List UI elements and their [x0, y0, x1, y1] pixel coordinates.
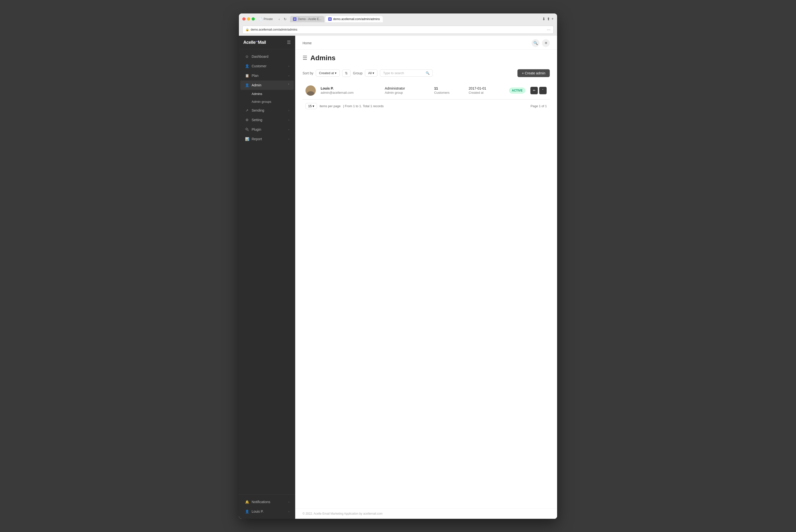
created-col: 2017-01-01 Created at: [469, 87, 504, 94]
sidebar-label-user: Louis P.: [252, 510, 264, 513]
customer-icon: 👤: [245, 64, 249, 68]
sidebar-item-sending[interactable]: ↗ Sending ›: [240, 106, 294, 115]
admin-group-col: Administrator Admin group: [385, 87, 429, 94]
search-input[interactable]: [383, 71, 424, 75]
sidebar-item-setting[interactable]: ⚙ Setting ›: [240, 115, 294, 125]
sidebar-item-customer[interactable]: 👤 Customer ›: [240, 61, 294, 71]
group-button[interactable]: All ▾: [365, 70, 377, 77]
admin-info: Louis P. admin@acellemail.com: [321, 87, 380, 94]
sidebar-label-report: Report: [252, 137, 262, 141]
toolbar: Sort by Created at ▾ ⇅ Group All ▾ 🔍: [303, 69, 550, 77]
customers-count: 11: [434, 87, 464, 90]
tab-1[interactable]: M Demo - Acelle E...: [290, 16, 324, 22]
admin-group-type: Admin group: [385, 91, 429, 94]
theme-toggle-button[interactable]: ☀: [542, 39, 550, 47]
sidebar-label-admin: Admin: [252, 83, 261, 87]
group-chevron-icon: ▾: [373, 71, 374, 75]
page-title-row: ☰ Admins: [295, 50, 557, 64]
customer-chevron-icon: ›: [288, 64, 289, 68]
admin-name: Louis P.: [321, 87, 380, 90]
main-content: Home 🔍 ☀ ☰ Admins Sort by Created at ▾: [295, 36, 557, 519]
search-button[interactable]: 🔍: [532, 39, 539, 47]
sidebar-toggle-button[interactable]: ☰: [287, 40, 291, 45]
address-bar[interactable]: 🔒 demo.acellemail.com/admin/admins ···: [242, 26, 554, 34]
minimize-button[interactable]: [247, 17, 250, 21]
pagination-info: items per page: [319, 104, 340, 108]
sidebar-label-sending: Sending: [252, 109, 264, 112]
dropdown-button[interactable]: ˅: [539, 87, 547, 94]
per-page-chevron-icon: ▾: [312, 104, 314, 108]
tab-2[interactable]: M demo.acellemail.com/admin/admins: [325, 16, 383, 22]
notifications-icon: 🔔: [245, 500, 249, 504]
maximize-button[interactable]: [252, 17, 255, 21]
browser-window: 📄 Private ‹ ↻ M Demo - Acelle E... M dem…: [239, 14, 557, 519]
per-page-button[interactable]: 15 ▾: [305, 103, 317, 109]
add-tab-icon[interactable]: +: [551, 17, 554, 21]
sidebar-label-notifications: Notifications: [252, 500, 270, 504]
sidebar-footer: 🔔 Notifications › 👤 Louis P. ›: [239, 494, 295, 519]
sidebar-item-plugin[interactable]: 🔌 Plugin ›: [240, 125, 294, 134]
sidebar-item-admins[interactable]: Admins: [240, 90, 294, 98]
status-badge: ACTIVE: [509, 88, 525, 94]
admin-icon: 👤: [245, 83, 249, 87]
browser-chrome: 📄 Private ‹ ↻ M Demo - Acelle E... M dem…: [239, 14, 557, 36]
setting-chevron-icon: ›: [288, 118, 289, 121]
sort-button[interactable]: Created at ▾: [316, 70, 340, 77]
report-chevron-icon: ›: [288, 137, 289, 140]
sidebar: Acelle⁻Mail ☰ ⊙ Dashboard 👤 Customer ›: [239, 36, 295, 519]
sidebar-label-admin-groups: Admin groups: [252, 100, 271, 103]
app-layout: Acelle⁻Mail ☰ ⊙ Dashboard 👤 Customer ›: [239, 36, 557, 519]
sidebar-item-report[interactable]: 📊 Report ›: [240, 134, 294, 144]
address-text: demo.acellemail.com/admin/admins: [251, 28, 298, 31]
sort-label: Sort by: [303, 71, 313, 75]
sidebar-item-admin[interactable]: 👤 Admin ˅: [240, 80, 294, 90]
pagination-row: 15 ▾ items per page | From 1 to 1. Total…: [303, 99, 550, 113]
created-label: Created at: [469, 91, 504, 94]
admin-group-name: Administrator: [385, 87, 429, 90]
create-admin-button[interactable]: + Create admin: [517, 69, 550, 77]
avatar-body: [307, 91, 314, 96]
browser-toolbar-actions: ⬇ ⬆ +: [542, 17, 554, 21]
per-page-value: 15: [308, 104, 311, 108]
tabs-bar: M Demo - Acelle E... M demo.acellemail.c…: [290, 16, 540, 22]
notifications-chevron-icon: ›: [288, 500, 289, 504]
lock-icon: 🔒: [246, 28, 249, 31]
plugin-chevron-icon: ›: [288, 128, 289, 131]
search-icon: 🔍: [426, 71, 430, 75]
admin-chevron-icon: ˅: [288, 83, 289, 87]
group-value: All: [368, 71, 372, 75]
page-title: Admins: [310, 54, 336, 62]
breadcrumb: Home: [303, 41, 311, 45]
filter-button[interactable]: ⇅: [342, 70, 350, 77]
created-date: 2017-01-01: [469, 87, 504, 90]
sidebar-label-setting: Setting: [252, 118, 262, 122]
sidebar-item-admin-groups[interactable]: Admin groups: [240, 98, 294, 106]
main-header: Home 🔍 ☀: [295, 36, 557, 50]
header-actions: 🔍 ☀: [532, 39, 550, 47]
private-label: 📄 Private: [259, 17, 273, 21]
edit-button[interactable]: ✏: [530, 87, 538, 94]
page-title-icon: ☰: [303, 55, 307, 61]
sidebar-item-notifications[interactable]: 🔔 Notifications ›: [240, 497, 294, 507]
plan-icon: 📋: [245, 73, 249, 78]
share-icon: ⬆: [547, 17, 550, 21]
customers-col: 11 Customers: [434, 87, 464, 94]
refresh-button[interactable]: ↻: [283, 17, 288, 21]
plugin-icon: 🔌: [245, 127, 249, 132]
group-label: Group: [353, 71, 362, 75]
table-row: Louis P. admin@acellemail.com Administra…: [303, 82, 550, 99]
sidebar-item-dashboard[interactable]: ⊙ Dashboard: [240, 52, 294, 61]
plan-chevron-icon: ›: [288, 74, 289, 77]
customers-label: Customers: [434, 91, 464, 94]
sidebar-nav: ⊙ Dashboard 👤 Customer › 📋 Plan: [239, 49, 295, 494]
sidebar-label-dashboard: Dashboard: [252, 55, 268, 58]
back-button[interactable]: ‹: [278, 17, 281, 21]
footer: © 2022. Acelle Email Marketing Applicati…: [295, 508, 557, 519]
dashboard-icon: ⊙: [245, 54, 249, 59]
avatar-face: [305, 86, 316, 96]
sidebar-item-user[interactable]: 👤 Louis P. ›: [240, 507, 294, 516]
close-button[interactable]: [242, 17, 246, 21]
sidebar-item-plan[interactable]: 📋 Plan ›: [240, 71, 294, 80]
page-info: Page 1 of 1: [531, 104, 547, 108]
report-icon: 📊: [245, 137, 249, 141]
